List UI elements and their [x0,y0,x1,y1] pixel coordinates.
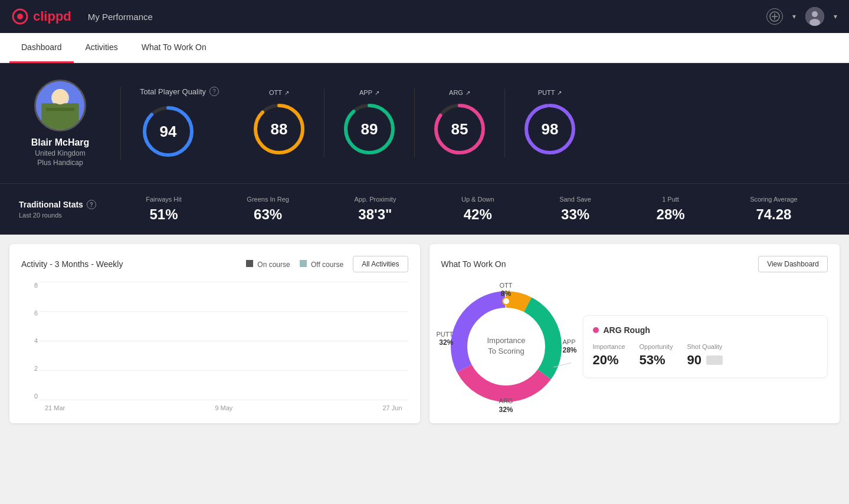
detail-metric-importance: Importance 20% [593,343,625,368]
stat-proximity: App. Proximity 38'3" [354,196,396,223]
ott-value: 88 [271,120,288,139]
header-right: ▾ ▾ [766,7,837,26]
putt-segment-label: PUTT 32% [437,331,454,347]
shot-quality-badge [706,355,723,365]
detail-card-title: ARG Rough [593,325,818,335]
arg-dot [503,388,510,396]
stat-scoring-value: 74.28 [750,206,798,223]
stat-updown-value: 42% [461,206,494,223]
stat-sandsave-value: 33% [559,206,591,223]
work-header: What To Work On View Dashboard [441,256,828,272]
chart-title: Activity - 3 Months - Weekly [21,259,123,269]
work-title: What To Work On [441,259,506,269]
ott-seg-name: OTT [500,282,513,289]
work-panel: What To Work On View Dashboard [430,244,840,423]
arg-arrow: ↗ [466,90,470,96]
off-course-dot [300,260,307,267]
work-detail: ARG Rough Importance 20% Opportunity 53%… [583,315,828,378]
total-quality-circle: 94 [140,103,196,160]
importance-value: 20% [593,353,625,368]
user-avatar[interactable] [805,7,824,26]
ott-seg-pct: 8% [500,289,513,298]
stat-scoring-label: Scoring Average [750,196,798,203]
quality-label-text: Total Player Quality [140,87,206,96]
svg-point-6 [812,11,818,17]
metrics-container: OTT ↗ 88 APP ↗ [234,89,830,157]
app-segment-label: APP 28% [562,338,576,355]
metric-putt: PUTT ↗ 98 [505,89,595,157]
chart-header: Activity - 3 Months - Weekly On course O… [21,256,408,272]
stat-proximity-label: App. Proximity [354,196,396,203]
stats-help-icon[interactable]: ? [87,200,96,209]
svg-rect-11 [41,103,78,130]
donut-center-2: To Scoring [488,347,524,355]
arg-segment-label: ARG 32% [499,397,513,414]
stat-updown-label: Up & Down [461,196,494,203]
y-label-6: 6 [34,309,38,317]
opportunity-value: 53% [640,353,673,368]
app-circle: 89 [341,101,398,157]
arg-circle: 85 [431,101,488,157]
on-course-dot [246,260,253,267]
y-label-2: 2 [34,365,38,372]
quality-section: Total Player Quality ? 94 OTT [120,87,830,160]
player-handicap: Plus Handicap [37,159,83,167]
putt-arrow: ↗ [557,90,562,96]
y-label-4: 4 [34,337,38,344]
detail-card: ARG Rough Importance 20% Opportunity 53%… [583,315,828,378]
shot-quality-value: 90 [687,353,701,368]
metric-arg: ARG ↗ 85 [415,89,505,157]
user-dropdown-arrow[interactable]: ▾ [834,12,837,21]
legend-on-course: On course [246,260,290,269]
shot-quality-label: Shot Quality [687,343,722,350]
player-country: United Kingdom [35,149,85,157]
app-label: APP [359,89,372,96]
view-dashboard-button[interactable]: View Dashboard [758,256,828,272]
stat-sandsave-label: Sand Save [559,196,591,203]
detail-metrics: Importance 20% Opportunity 53% Shot Qual… [593,343,818,368]
arg-seg-pct: 32% [499,406,513,414]
app-seg-name: APP [562,338,576,346]
detail-title-text: ARG Rough [604,325,650,335]
tab-dashboard[interactable]: Dashboard [9,33,74,63]
ott-label: OTT [269,89,282,96]
svg-point-12 [53,89,68,104]
stat-1putt-value: 28% [657,206,685,223]
x-label-may: 9 May [215,404,232,411]
on-course-label: On course [257,261,290,269]
detail-metric-opportunity: Opportunity 53% [640,343,673,368]
player-avatar [34,80,86,131]
stats-title: Traditional Stats [19,200,83,209]
stats-subtitle: Last 20 rounds [19,212,113,219]
quality-help-icon[interactable]: ? [209,87,219,96]
putt-label: PUTT [538,89,555,96]
stat-updown: Up & Down 42% [461,196,494,223]
add-button[interactable] [766,8,783,25]
logo: clippd My Performance [12,8,153,25]
putt-seg-name: PUTT [437,331,454,338]
tab-activities[interactable]: Activities [74,33,130,63]
chart-legend: On course Off course [246,260,343,269]
app-dot [548,365,555,372]
add-dropdown-arrow[interactable]: ▾ [792,12,796,21]
metric-app: APP ↗ 89 [324,89,415,157]
tabs-bar: Dashboard Activities What To Work On [0,33,849,63]
bars-container [39,282,408,400]
stat-greens-label: Greens In Reg [247,196,289,203]
metric-ott: OTT ↗ 88 [234,89,324,157]
stat-items: Fairways Hit 51% Greens In Reg 63% App. … [113,196,830,223]
grid-line-0 [39,400,408,400]
stat-fairways-value: 51% [146,206,182,223]
detail-dot [593,327,599,333]
hero-inner: Blair McHarg United Kingdom Plus Handica… [19,80,830,167]
stat-1putt-label: 1 Putt [657,196,685,203]
x-label-jun: 27 Jun [382,404,402,411]
y-label-0: 0 [34,393,38,400]
tab-what-to-work-on[interactable]: What To Work On [130,33,218,63]
ott-arrow: ↗ [284,90,289,96]
svg-point-1 [17,14,23,19]
opportunity-label: Opportunity [640,343,673,350]
y-label-8: 8 [34,282,38,289]
all-activities-button[interactable]: All Activities [353,256,408,272]
arg-value: 85 [451,120,468,139]
